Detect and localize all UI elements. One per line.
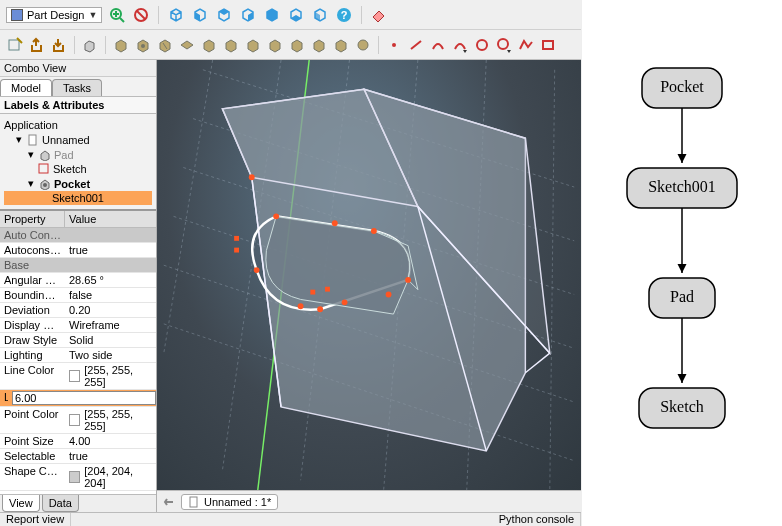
diagram-pane: Pocket Sketch001 Pad Sketch — [582, 0, 782, 526]
svg-point-38 — [298, 303, 304, 309]
svg-rect-46 — [190, 497, 197, 507]
zoom-in-icon[interactable] — [108, 6, 126, 24]
property-row[interactable]: Point Color[255, 255, 255] — [0, 407, 156, 434]
solid-3-icon[interactable] — [156, 36, 174, 54]
cube-outline-icon[interactable] — [167, 6, 185, 24]
eraser-icon[interactable] — [370, 6, 388, 24]
tree-document[interactable]: ▾ Unnamed — [4, 132, 152, 147]
tab-model[interactable]: Model — [0, 79, 52, 96]
expander-icon[interactable]: ▾ — [26, 177, 36, 190]
viewport-canvas[interactable] — [157, 60, 581, 490]
svg-line-30 — [550, 70, 555, 490]
property-row[interactable]: Point Size4.00 — [0, 434, 156, 449]
labels-attributes-header: Labels & Attributes — [0, 96, 156, 114]
circle-dropdown-icon[interactable] — [495, 36, 513, 54]
forbid-icon[interactable] — [132, 6, 150, 24]
svg-point-9 — [141, 44, 145, 48]
document-icon — [188, 496, 200, 508]
cube-top-icon[interactable] — [215, 6, 233, 24]
document-icon — [27, 134, 39, 146]
document-tab[interactable]: Unnamed : 1* — [181, 494, 278, 510]
property-row[interactable]: Line Width — [0, 390, 156, 407]
tab-view[interactable]: View — [2, 495, 40, 512]
col-property: Property — [0, 211, 65, 227]
import-icon[interactable] — [50, 36, 68, 54]
solid-1-icon[interactable] — [112, 36, 130, 54]
property-input[interactable] — [12, 391, 156, 405]
help-icon[interactable]: ? — [335, 6, 353, 24]
node-pocket: Pocket — [660, 78, 704, 95]
solid-10-icon[interactable] — [310, 36, 328, 54]
property-row[interactable]: Deviation0.20 — [0, 303, 156, 318]
polyline-icon[interactable] — [517, 36, 535, 54]
chevron-down-icon: ▼ — [88, 10, 97, 20]
cube-right-icon[interactable] — [239, 6, 257, 24]
cube-back-icon[interactable] — [263, 6, 281, 24]
property-row[interactable]: Display ModeWireframe — [0, 318, 156, 333]
new-sketch-icon[interactable] — [6, 36, 24, 54]
line-icon[interactable] — [407, 36, 425, 54]
expander-icon[interactable]: ▾ — [14, 133, 24, 146]
dependency-graph: Pocket Sketch001 Pad Sketch — [597, 48, 767, 478]
report-view-label[interactable]: Report view — [0, 513, 71, 526]
solid-8-icon[interactable] — [266, 36, 284, 54]
property-row[interactable]: Draw StyleSolid — [0, 333, 156, 348]
property-row[interactable]: Angular De…28.65 ° — [0, 273, 156, 288]
property-row[interactable]: LightingTwo side — [0, 348, 156, 363]
svg-point-18 — [43, 183, 47, 187]
circle-icon[interactable] — [473, 36, 491, 54]
tree-sketch001[interactable]: Sketch001 — [4, 191, 152, 205]
pocket-icon — [39, 178, 51, 190]
svg-point-10 — [358, 40, 368, 50]
cube-front-icon[interactable] — [191, 6, 209, 24]
property-row[interactable]: Autoconstr…true — [0, 243, 156, 258]
tree-pocket[interactable]: ▾ Pocket — [4, 176, 152, 191]
tab-tasks[interactable]: Tasks — [52, 79, 102, 96]
doc-start-icon[interactable] — [163, 496, 175, 508]
property-row[interactable]: Line Color[255, 255, 255] — [0, 363, 156, 390]
tree-sketch[interactable]: Sketch — [4, 162, 152, 176]
svg-line-12 — [411, 41, 421, 49]
solid-9-icon[interactable] — [288, 36, 306, 54]
property-row[interactable]: Base — [0, 258, 156, 273]
solid-5-icon[interactable] — [200, 36, 218, 54]
tree-pad[interactable]: ▾ Pad — [4, 147, 152, 162]
svg-text:?: ? — [341, 9, 348, 21]
svg-point-13 — [477, 40, 487, 50]
sketch-icon — [38, 163, 50, 175]
solid-6-icon[interactable] — [222, 36, 240, 54]
svg-rect-15 — [543, 41, 553, 49]
svg-point-41 — [249, 174, 255, 180]
arc-dropdown-icon[interactable] — [451, 36, 469, 54]
export-icon[interactable] — [28, 36, 46, 54]
property-row[interactable]: Bounding B…false — [0, 288, 156, 303]
point-icon[interactable] — [385, 36, 403, 54]
solid-4-icon[interactable] — [178, 36, 196, 54]
workbench-icon — [11, 9, 23, 21]
solid-2-icon[interactable] — [134, 36, 152, 54]
workbench-selector[interactable]: Part Design ▼ — [6, 7, 102, 23]
svg-point-14 — [498, 39, 508, 49]
solid-11-icon[interactable] — [332, 36, 350, 54]
combo-tabs: Model Tasks — [0, 77, 156, 96]
property-row[interactable]: Auto Const… — [0, 228, 156, 243]
svg-point-32 — [254, 267, 260, 273]
tab-data[interactable]: Data — [42, 495, 79, 512]
arc-icon[interactable] — [429, 36, 447, 54]
3d-viewport[interactable]: Unnamed : 1* — [157, 60, 581, 512]
solid-12-icon[interactable] — [354, 36, 372, 54]
workbench-toolbar: Part Design ▼ ? — [0, 0, 581, 30]
tree-application[interactable]: Application — [4, 118, 152, 132]
svg-point-11 — [392, 43, 396, 47]
python-console-label[interactable]: Python console — [493, 513, 581, 526]
solid-7-icon[interactable] — [244, 36, 262, 54]
cube-left-icon[interactable] — [311, 6, 329, 24]
pad-icon[interactable] — [81, 36, 99, 54]
expander-icon[interactable]: ▾ — [26, 148, 36, 161]
property-row[interactable]: Selectabletrue — [0, 449, 156, 464]
cube-bottom-icon[interactable] — [287, 6, 305, 24]
svg-rect-43 — [234, 248, 239, 253]
property-row[interactable]: Shape Color[204, 204, 204] — [0, 464, 156, 491]
property-panel: Property Value Auto Const…Autoconstr…tru… — [0, 209, 156, 512]
rect-icon[interactable] — [539, 36, 557, 54]
